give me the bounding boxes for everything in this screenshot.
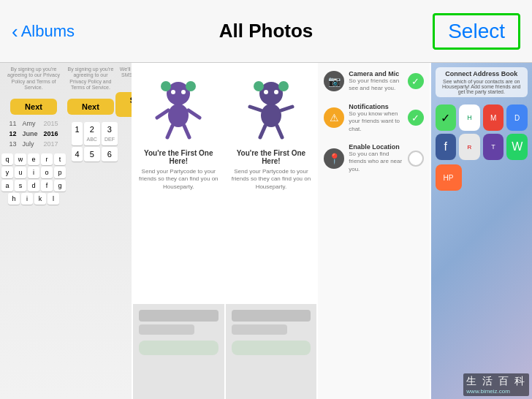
app-facebook: f — [436, 134, 457, 160]
perm-notif-desc: So you know when your friends want to ch… — [349, 110, 407, 133]
perm-location-title: Enable Location — [349, 143, 407, 151]
back-button[interactable]: ‹ Albums — [12, 22, 75, 41]
phone-top-desc: See which of your contacts are on Housep… — [440, 79, 523, 94]
chinese-chars: 生 活 百 科 — [466, 375, 526, 387]
svg-point-3 — [171, 90, 175, 94]
blurred-btn — [139, 341, 218, 355]
svg-line-16 — [250, 107, 261, 110]
date-table: 11Amy2015 12June2016 13July2017 — [5, 118, 61, 150]
photo-cell-1: By signing up you're agreeing to our Pri… — [0, 63, 133, 399]
perm-notif-title: Notifications — [349, 103, 407, 110]
svg-line-8 — [167, 126, 172, 137]
app-whatsapp: W — [506, 134, 528, 160]
perm-camera-title: Camera and Mic — [349, 70, 407, 77]
permissions-cell: 📷 Camera and Mic So your friends can see… — [318, 63, 429, 399]
svg-line-6 — [157, 110, 168, 118]
mascot-cell-2: You're the First One Here! Send your Par… — [226, 63, 317, 399]
keyboard-row-2: yuiop — [1, 167, 66, 178]
page-title: All Photos — [219, 20, 314, 42]
perm-notif-check: ✓ — [408, 110, 424, 126]
svg-point-11 — [254, 81, 264, 91]
btn-next-2[interactable]: Next — [67, 99, 114, 115]
back-label: Albums — [21, 22, 75, 41]
photo-cell-2: You're the First One Here! Send your Par… — [133, 63, 226, 399]
perm-camera-text: Camera and Mic So your friends can see a… — [349, 70, 407, 93]
app-realtor: R — [459, 134, 480, 160]
keyboard-row-3: asdfg — [1, 180, 66, 191]
mascot-icon-1 — [153, 77, 204, 143]
nav-bar: ‹ Albums All Photos Select — [0, 0, 532, 63]
perm-camera-check: ✓ — [408, 73, 424, 89]
photo-cell-4: 📷 Camera and Mic So your friends can see… — [318, 63, 430, 399]
keyboard-row-1: qwert — [1, 153, 66, 165]
blur-overlay-2 — [226, 304, 317, 399]
perm-camera-desc: So your friends can see and hear you. — [349, 77, 407, 93]
perm-location-desc: So you can find friends who are near you… — [349, 151, 407, 173]
perm-location-text: Enable Location So you can find friends … — [349, 143, 407, 173]
svg-line-18 — [260, 126, 265, 137]
perm-location-check — [408, 151, 424, 167]
app-hangouts: H — [459, 104, 480, 131]
notif-icon: ⚠ — [324, 107, 344, 128]
houseparty-row: HP — [436, 164, 528, 191]
btn-sms[interactable]: Send SMS — [115, 92, 132, 117]
svg-point-15 — [261, 104, 281, 127]
svg-line-7 — [189, 110, 200, 118]
mascot-desc-2: Send your Partycode to your friends so t… — [232, 168, 311, 191]
app-findphone: ✓ — [436, 104, 457, 131]
numpad: 1 2ABC 3DEF 4 5 6 — [72, 122, 109, 162]
blur-overlay-1 — [133, 304, 224, 399]
permission-notifications: ⚠ Notifications So you know when your fr… — [324, 103, 423, 133]
svg-point-14 — [274, 90, 278, 94]
app-houseparty: HP — [436, 164, 462, 191]
photo-cell-3: You're the First One Here! Send your Par… — [226, 63, 319, 399]
permission-location: 📍 Enable Location So you can find friend… — [324, 143, 423, 173]
back-chevron-icon: ‹ — [12, 22, 18, 41]
watermark: 生 活 百 科 www.bimeiz.com — [463, 373, 529, 396]
permission-camera: 📷 Camera and Mic So your friends can see… — [324, 70, 423, 93]
svg-point-1 — [161, 81, 171, 91]
app-docs: D — [506, 104, 528, 131]
blurred-row-3 — [232, 310, 311, 322]
mascot-title-2: You're the First One Here! — [232, 149, 311, 165]
svg-point-2 — [186, 81, 196, 91]
svg-line-19 — [277, 126, 282, 137]
app-gmail: M — [483, 104, 504, 131]
svg-point-12 — [278, 81, 289, 91]
notice-2: By signing up you're agreeing to our Pri… — [67, 66, 114, 91]
blurred-row-1 — [139, 310, 218, 322]
phone-cell: Connect Address Book See which of your c… — [431, 63, 532, 399]
blurred-btn-2 — [232, 341, 311, 355]
app-twitch: T — [483, 134, 504, 160]
keyboard-row-4: hikl — [8, 193, 59, 205]
blurred-row-4 — [232, 324, 287, 335]
svg-line-9 — [184, 126, 189, 137]
photo-cell-5: Connect Address Book See which of your c… — [431, 63, 532, 399]
app-grid: ✓ H M D f R T W — [436, 104, 528, 160]
notice-3: We'll send you an SMS verification code. — [115, 66, 132, 85]
blurred-row-2 — [139, 324, 194, 335]
mascot-icon-2 — [246, 77, 297, 143]
btn-next-1[interactable]: Next — [10, 99, 57, 115]
photo-grid: By signing up you're agreeing to our Pri… — [0, 63, 532, 399]
camera-icon: 📷 — [324, 71, 344, 91]
svg-point-4 — [181, 90, 186, 94]
phone-top-text: Connect Address Book See which of your c… — [436, 67, 528, 97]
location-icon: 📍 — [324, 148, 344, 169]
svg-line-17 — [281, 107, 292, 110]
mascot-cell-1: You're the First One Here! Send your Par… — [133, 63, 224, 399]
svg-point-5 — [168, 104, 189, 127]
perm-notif-text: Notifications So you know when your frie… — [349, 103, 407, 133]
mascot-title-1: You're the First One Here! — [139, 149, 218, 165]
svg-point-13 — [264, 90, 268, 94]
select-button[interactable]: Select — [433, 13, 520, 50]
notice-1: By signing up you're agreeing to our Pri… — [1, 66, 66, 91]
phone-top-title: Connect Address Book — [440, 70, 523, 77]
watermark-url: www.bimeiz.com — [466, 388, 510, 395]
mascot-desc-1: Send your Partycode to your friends so t… — [139, 168, 218, 191]
